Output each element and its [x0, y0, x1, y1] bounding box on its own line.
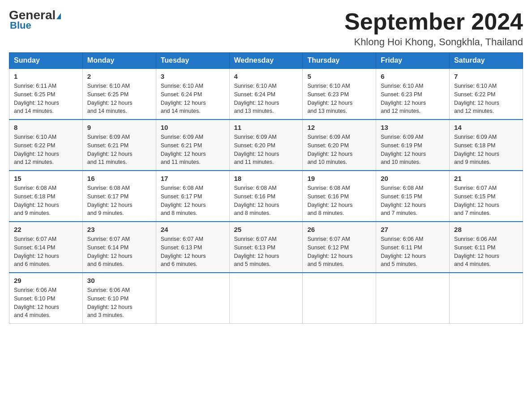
day-number: 27	[381, 226, 445, 233]
day-info: Sunrise: 6:07 AMSunset: 6:14 PMDaylight:…	[14, 235, 78, 269]
header-sunday: Sunday	[9, 53, 83, 69]
day-cell: 13Sunrise: 6:09 AMSunset: 6:19 PMDayligh…	[376, 120, 450, 171]
title-area: September 2024 Khlong Hoi Khong, Songkhl…	[344, 9, 523, 48]
weekday-header-row: Sunday Monday Tuesday Wednesday Thursday…	[9, 53, 523, 69]
day-cell: 26Sunrise: 6:07 AMSunset: 6:12 PMDayligh…	[303, 222, 376, 273]
page-header: General Blue September 2024 Khlong Hoi K…	[9, 9, 523, 48]
day-cell: 11Sunrise: 6:09 AMSunset: 6:20 PMDayligh…	[229, 120, 303, 171]
header-tuesday: Tuesday	[156, 53, 229, 69]
day-cell: 3Sunrise: 6:10 AMSunset: 6:24 PMDaylight…	[156, 68, 229, 120]
day-cell: 9Sunrise: 6:09 AMSunset: 6:21 PMDaylight…	[82, 120, 156, 171]
day-number: 1	[14, 73, 78, 80]
day-number: 17	[161, 175, 225, 182]
day-number: 19	[307, 175, 371, 182]
day-number: 30	[87, 277, 151, 284]
day-number: 16	[87, 175, 151, 182]
day-cell: 23Sunrise: 6:07 AMSunset: 6:14 PMDayligh…	[82, 222, 156, 273]
day-cell: 7Sunrise: 6:10 AMSunset: 6:22 PMDaylight…	[450, 68, 523, 120]
day-cell: 4Sunrise: 6:10 AMSunset: 6:24 PMDaylight…	[229, 68, 303, 120]
week-row-4: 22Sunrise: 6:07 AMSunset: 6:14 PMDayligh…	[9, 222, 523, 273]
day-info: Sunrise: 6:10 AMSunset: 6:25 PMDaylight:…	[87, 82, 151, 116]
day-cell: 28Sunrise: 6:06 AMSunset: 6:11 PMDayligh…	[450, 222, 523, 273]
day-info: Sunrise: 6:07 AMSunset: 6:12 PMDaylight:…	[307, 235, 371, 269]
day-cell: 5Sunrise: 6:10 AMSunset: 6:23 PMDaylight…	[303, 68, 376, 120]
day-number: 4	[234, 73, 298, 80]
day-number: 18	[234, 175, 298, 182]
day-info: Sunrise: 6:06 AMSunset: 6:10 PMDaylight:…	[87, 286, 151, 320]
day-cell: 27Sunrise: 6:06 AMSunset: 6:11 PMDayligh…	[376, 222, 450, 273]
day-info: Sunrise: 6:08 AMSunset: 6:17 PMDaylight:…	[161, 184, 225, 218]
day-cell	[376, 273, 450, 324]
day-info: Sunrise: 6:09 AMSunset: 6:19 PMDaylight:…	[381, 133, 445, 167]
day-cell: 10Sunrise: 6:09 AMSunset: 6:21 PMDayligh…	[156, 120, 229, 171]
location: Khlong Hoi Khong, Songkhla, Thailand	[344, 36, 523, 48]
day-info: Sunrise: 6:10 AMSunset: 6:22 PMDaylight:…	[14, 133, 78, 167]
day-info: Sunrise: 6:08 AMSunset: 6:18 PMDaylight:…	[14, 184, 78, 218]
day-info: Sunrise: 6:07 AMSunset: 6:14 PMDaylight:…	[87, 235, 151, 269]
day-number: 29	[14, 277, 78, 284]
day-cell: 30Sunrise: 6:06 AMSunset: 6:10 PMDayligh…	[82, 273, 156, 324]
day-info: Sunrise: 6:11 AMSunset: 6:25 PMDaylight:…	[14, 82, 78, 116]
day-cell: 24Sunrise: 6:07 AMSunset: 6:13 PMDayligh…	[156, 222, 229, 273]
day-number: 11	[234, 124, 298, 131]
day-info: Sunrise: 6:08 AMSunset: 6:17 PMDaylight:…	[87, 184, 151, 218]
header-thursday: Thursday	[303, 53, 376, 69]
day-number: 24	[161, 226, 225, 233]
day-cell: 18Sunrise: 6:08 AMSunset: 6:16 PMDayligh…	[229, 171, 303, 222]
day-number: 23	[87, 226, 151, 233]
day-cell: 15Sunrise: 6:08 AMSunset: 6:18 PMDayligh…	[9, 171, 83, 222]
day-cell: 25Sunrise: 6:07 AMSunset: 6:13 PMDayligh…	[229, 222, 303, 273]
logo: General Blue	[9, 9, 61, 31]
day-info: Sunrise: 6:10 AMSunset: 6:22 PMDaylight:…	[454, 82, 518, 116]
day-number: 25	[234, 226, 298, 233]
day-number: 10	[161, 124, 225, 131]
day-info: Sunrise: 6:09 AMSunset: 6:20 PMDaylight:…	[234, 133, 298, 167]
day-info: Sunrise: 6:07 AMSunset: 6:13 PMDaylight:…	[161, 235, 225, 269]
day-cell: 1Sunrise: 6:11 AMSunset: 6:25 PMDaylight…	[9, 68, 83, 120]
day-info: Sunrise: 6:06 AMSunset: 6:11 PMDaylight:…	[381, 235, 445, 269]
day-cell: 21Sunrise: 6:07 AMSunset: 6:15 PMDayligh…	[450, 171, 523, 222]
day-info: Sunrise: 6:10 AMSunset: 6:23 PMDaylight:…	[381, 82, 445, 116]
logo-line2: Blue	[9, 20, 31, 31]
header-monday: Monday	[82, 53, 156, 69]
day-cell	[303, 273, 376, 324]
day-info: Sunrise: 6:06 AMSunset: 6:11 PMDaylight:…	[454, 235, 518, 269]
day-number: 21	[454, 175, 518, 182]
day-cell: 19Sunrise: 6:08 AMSunset: 6:16 PMDayligh…	[303, 171, 376, 222]
day-info: Sunrise: 6:06 AMSunset: 6:10 PMDaylight:…	[14, 286, 78, 320]
header-friday: Friday	[376, 53, 450, 69]
day-info: Sunrise: 6:07 AMSunset: 6:13 PMDaylight:…	[234, 235, 298, 269]
day-number: 26	[307, 226, 371, 233]
day-info: Sunrise: 6:08 AMSunset: 6:16 PMDaylight:…	[307, 184, 371, 218]
day-info: Sunrise: 6:10 AMSunset: 6:24 PMDaylight:…	[234, 82, 298, 116]
day-info: Sunrise: 6:09 AMSunset: 6:18 PMDaylight:…	[454, 133, 518, 167]
day-number: 14	[454, 124, 518, 131]
header-wednesday: Wednesday	[229, 53, 303, 69]
week-row-3: 15Sunrise: 6:08 AMSunset: 6:18 PMDayligh…	[9, 171, 523, 222]
day-cell: 16Sunrise: 6:08 AMSunset: 6:17 PMDayligh…	[82, 171, 156, 222]
day-cell: 14Sunrise: 6:09 AMSunset: 6:18 PMDayligh…	[450, 120, 523, 171]
day-cell: 17Sunrise: 6:08 AMSunset: 6:17 PMDayligh…	[156, 171, 229, 222]
day-number: 12	[307, 124, 371, 131]
logo-triangle-icon	[56, 13, 61, 19]
day-number: 3	[161, 73, 225, 80]
day-info: Sunrise: 6:08 AMSunset: 6:15 PMDaylight:…	[381, 184, 445, 218]
day-number: 6	[381, 73, 445, 80]
day-cell	[450, 273, 523, 324]
day-cell: 29Sunrise: 6:06 AMSunset: 6:10 PMDayligh…	[9, 273, 83, 324]
day-info: Sunrise: 6:08 AMSunset: 6:16 PMDaylight:…	[234, 184, 298, 218]
day-number: 9	[87, 124, 151, 131]
day-cell: 12Sunrise: 6:09 AMSunset: 6:20 PMDayligh…	[303, 120, 376, 171]
day-number: 7	[454, 73, 518, 80]
week-row-5: 29Sunrise: 6:06 AMSunset: 6:10 PMDayligh…	[9, 273, 523, 324]
day-cell: 20Sunrise: 6:08 AMSunset: 6:15 PMDayligh…	[376, 171, 450, 222]
day-cell	[229, 273, 303, 324]
day-info: Sunrise: 6:09 AMSunset: 6:21 PMDaylight:…	[87, 133, 151, 167]
day-cell: 2Sunrise: 6:10 AMSunset: 6:25 PMDaylight…	[82, 68, 156, 120]
header-saturday: Saturday	[450, 53, 523, 69]
day-info: Sunrise: 6:09 AMSunset: 6:21 PMDaylight:…	[161, 133, 225, 167]
day-cell: 8Sunrise: 6:10 AMSunset: 6:22 PMDaylight…	[9, 120, 83, 171]
day-info: Sunrise: 6:09 AMSunset: 6:20 PMDaylight:…	[307, 133, 371, 167]
day-cell: 22Sunrise: 6:07 AMSunset: 6:14 PMDayligh…	[9, 222, 83, 273]
day-cell: 6Sunrise: 6:10 AMSunset: 6:23 PMDaylight…	[376, 68, 450, 120]
